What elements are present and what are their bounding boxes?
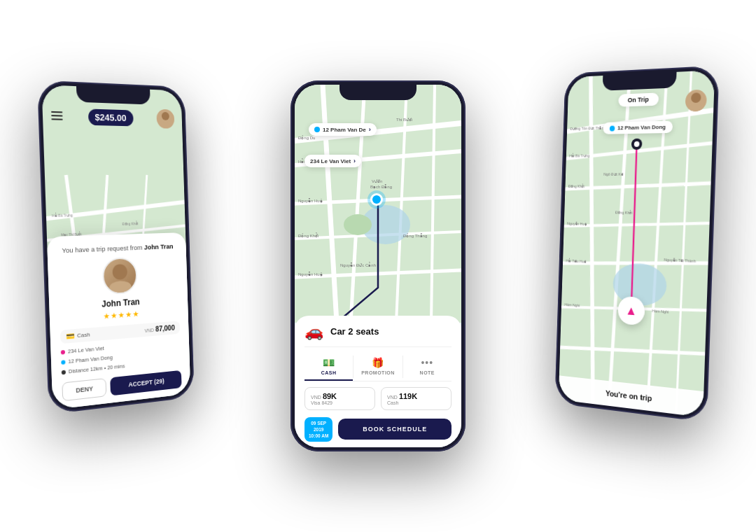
svg-text:Ngô Đức Kế: Ngô Đức Kế xyxy=(603,172,624,176)
hamburger-icon[interactable] xyxy=(51,111,63,120)
driver-avatar-small xyxy=(156,109,174,129)
deny-button[interactable]: DENY xyxy=(62,378,106,401)
trip-request-card: You have a trip request from John Tran J… xyxy=(47,232,190,410)
svg-text:Hải Bà Trưng: Hải Bà Trưng xyxy=(569,153,589,158)
price-cash-sub: Cash xyxy=(387,400,445,405)
route-info: 234 Le Van Viet 12 Pham Van Dong Distanc… xyxy=(61,337,181,377)
right-map: Đường Tôn Đức Thắng Hải Bà Trưng Ngô Đức… xyxy=(559,70,715,417)
tab-cash[interactable]: 💵 CASH xyxy=(304,353,353,381)
svg-text:Nguyễn Huệ: Nguyễn Huệ xyxy=(567,221,587,226)
phone-center: Đồng Du Hải Bà Trưng Thi Bươi Vườn Bạch … xyxy=(290,80,465,451)
right-dest-badge: 12 Pham Van Dong xyxy=(603,120,673,134)
svg-text:Đồng Khởi: Đồng Khởi xyxy=(568,183,584,188)
price-cash-amount: 119K xyxy=(399,392,417,400)
car-selection-row: 🚗 Car 2 seats xyxy=(304,323,451,347)
svg-text:Vườn: Vườn xyxy=(372,179,382,183)
notch-left xyxy=(76,86,150,104)
tab-note[interactable]: ••• NOTE xyxy=(403,353,451,381)
svg-text:Nguyễn Huệ: Nguyễn Huệ xyxy=(298,198,323,204)
phone-right: Đường Tôn Đức Thắng Hải Bà Trưng Ngô Đức… xyxy=(554,65,719,422)
note-icon: ••• xyxy=(421,357,433,368)
trip-request-title: You have a trip request from John Tran xyxy=(57,242,178,255)
arrow-icon: ▲ xyxy=(625,303,638,318)
payment-method: 💳 Cash xyxy=(66,330,90,340)
center-bottom-sheet: 🚗 Car 2 seats 💵 CASH 🎁 PROMOTION xyxy=(295,316,461,447)
price-option-visa[interactable]: VND 89K Visa 8429 xyxy=(304,387,375,410)
notch-center xyxy=(340,85,416,100)
price-badge: $245.00 xyxy=(88,108,133,126)
book-row: 09 SEP 2019 10:00 AM BOOK SCHEDULE xyxy=(304,417,451,442)
car-type-label: Car 2 seats xyxy=(330,326,379,337)
phone-left: Vườn Hoa Bạch Đằng Hải Bà Trưng Mạc Thị … xyxy=(37,80,195,414)
svg-text:Đồng Du: Đồng Du xyxy=(298,135,315,140)
date-badge: 09 SEP 2019 10:00 AM xyxy=(304,417,332,442)
center-map: Đồng Du Hải Bà Trưng Thi Bươi Vườn Bạch … xyxy=(295,85,461,323)
svg-text:Nguyễn Huệ: Nguyễn Huệ xyxy=(298,272,323,277)
driver-avatar-large xyxy=(102,257,138,295)
svg-text:Hải Tiều Huế: Hải Tiều Huế xyxy=(566,258,587,264)
svg-text:Đồng Khởi: Đồng Khởi xyxy=(298,232,318,238)
cash-label: CASH xyxy=(321,370,337,375)
price-visa-sub: Visa 8429 xyxy=(311,400,369,405)
price-option-cash[interactable]: VND 119K Cash xyxy=(381,387,451,410)
promotion-label: PROMOTION xyxy=(361,370,395,375)
svg-text:Thi Bươi: Thi Bươi xyxy=(396,118,412,122)
phone-left-inner: Vườn Hoa Bạch Đằng Hải Bà Trưng Mạc Thị … xyxy=(41,85,190,410)
svg-point-15 xyxy=(162,112,169,120)
phone-center-inner: Đồng Du Hải Bà Trưng Thi Bươi Vườn Bạch … xyxy=(295,85,461,447)
left-topbar: $245.00 xyxy=(42,105,182,129)
pickup-address-badge: 12 Pham Van De › xyxy=(309,123,377,136)
note-label: NOTE xyxy=(420,370,435,375)
car-icon: 🚗 xyxy=(304,323,323,341)
svg-point-66 xyxy=(691,92,701,103)
accept-button[interactable]: ACCEPT (29) xyxy=(110,370,181,396)
svg-point-17 xyxy=(112,264,127,280)
on-trip-status-label: You're on trip xyxy=(568,385,692,407)
notch-right xyxy=(603,72,677,91)
price-visa-amount: 89K xyxy=(323,392,337,400)
scene: Vườn Hoa Bạch Đằng Hải Bà Trưng Mạc Thị … xyxy=(0,0,756,532)
payment-amount: VND 87,000 xyxy=(144,324,175,334)
price-options: VND 89K Visa 8429 VND 119K Cash xyxy=(304,387,451,410)
dest-badge-center: 234 Le Van Viet › xyxy=(304,155,361,167)
svg-text:Đồng Thắng: Đồng Thắng xyxy=(403,233,427,238)
cash-icon: 💵 xyxy=(323,357,335,368)
svg-point-16 xyxy=(160,121,172,128)
promotion-icon: 🎁 xyxy=(372,357,384,368)
svg-point-30 xyxy=(344,214,372,235)
svg-text:Bạch Đằng: Bạch Đằng xyxy=(370,184,392,190)
svg-text:Đồng Khởi: Đồng Khởi xyxy=(615,209,633,215)
svg-text:Đường Tôn Đức Thắng: Đường Tôn Đức Thắng xyxy=(570,126,606,131)
tab-promotion[interactable]: 🎁 PROMOTION xyxy=(354,353,402,381)
svg-text:Nguyễn Đức Cảnh: Nguyễn Đức Cảnh xyxy=(340,262,376,267)
book-schedule-button[interactable]: BOOK SCHEDULE xyxy=(338,419,451,440)
phone-right-inner: Đường Tôn Đức Thắng Hải Bà Trưng Ngô Đức… xyxy=(559,70,715,417)
on-trip-bar: On Trip xyxy=(618,92,658,106)
payment-tabs: 💵 CASH 🎁 PROMOTION ••• NOTE xyxy=(304,353,451,382)
svg-point-18 xyxy=(109,280,132,294)
current-location-marker xyxy=(370,193,383,206)
